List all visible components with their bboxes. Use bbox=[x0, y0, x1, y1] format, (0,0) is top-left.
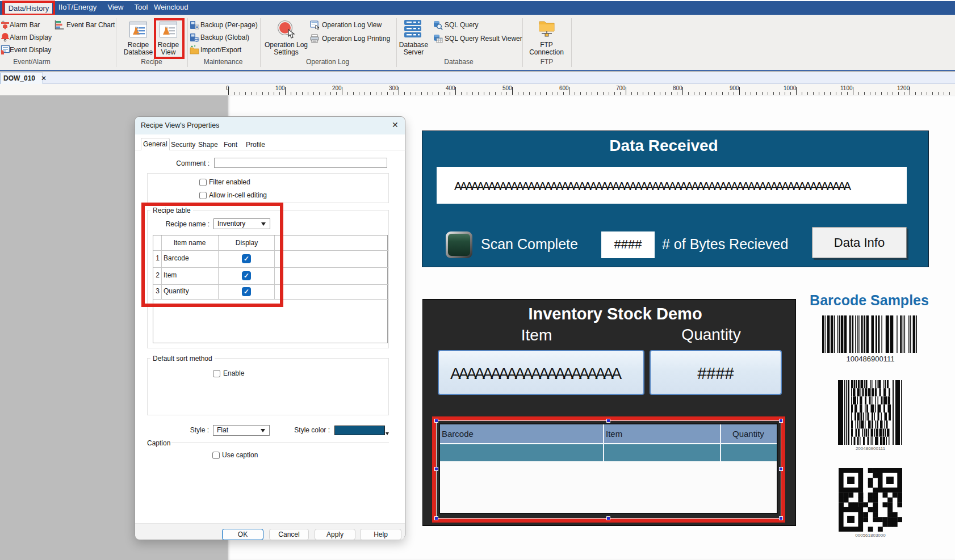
svg-text:als: als bbox=[2, 20, 5, 23]
